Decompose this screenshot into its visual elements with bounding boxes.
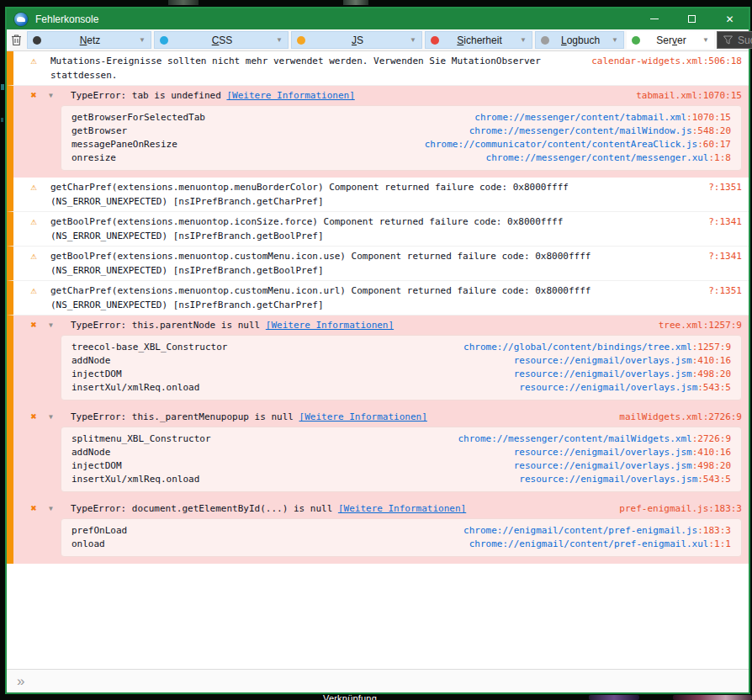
learn-more-link[interactable]: [Weitere Informationen] — [338, 503, 466, 514]
stack-function-name: addNode — [71, 354, 110, 368]
console-error-row[interactable]: ✖▼TypeError: document.getElementById(...… — [13, 499, 749, 516]
console-warning-row[interactable]: ⚠getBoolPref(extensions.menuontop.iconSi… — [7, 212, 749, 247]
console-warning-row[interactable]: ⚠getBoolPref(extensions.menuontop.custom… — [7, 247, 749, 281]
stack-link-url: resource://enigmail/overlays.jsm — [519, 382, 697, 393]
search-placeholder: Suchen — [738, 34, 752, 46]
chevron-down-icon: ▼ — [612, 36, 618, 44]
warning-message: Mutations-Ereignisse sollten nicht mehr … — [50, 54, 541, 82]
warning-triangle-icon: ⚠ — [27, 180, 40, 194]
stack-source-link[interactable]: chrome://enigmail/content/pref-enigmail.… — [453, 538, 731, 551]
source-location-link[interactable]: tabmail.xml:1070:15 — [624, 88, 742, 103]
expander-triangle-icon[interactable]: ▼ — [49, 88, 61, 103]
source-location-link[interactable]: ?:1341 — [696, 249, 742, 263]
stack-link-position: :543:5 — [697, 474, 731, 485]
source-location-link[interactable]: pref-enigmail.js:183:3 — [607, 501, 742, 516]
stack-source-link[interactable]: chrome://messenger/content/tabmail.xml:1… — [458, 111, 731, 125]
stack-source-link[interactable]: chrome://messenger/content/mailWidgets.x… — [441, 432, 731, 446]
filter-button-netz[interactable]: Netz▼ — [27, 31, 151, 49]
stack-link-url: chrome://messenger/content/mailWindow.js — [469, 125, 692, 136]
filter-label: Sicherheit — [439, 34, 520, 46]
stack-frame: messagePaneOnResizechrome://communicator… — [71, 138, 731, 151]
filter-label: JS — [305, 34, 410, 46]
stack-trace-box: getBrowserForSelectedTabchrome://messeng… — [61, 105, 742, 171]
stack-link-url: chrome://enigmail/content/pref-enigmail.… — [463, 525, 697, 536]
learn-more-link[interactable]: [Weitere Informationen] — [299, 411, 427, 422]
stack-source-link[interactable]: chrome://global/content/bindings/tree.xm… — [447, 341, 731, 354]
stack-frame: onloadchrome://enigmail/content/pref-eni… — [71, 538, 731, 551]
stack-source-link[interactable]: chrome://communicator/content/contentAre… — [408, 138, 731, 151]
stack-link-position: :60:17 — [697, 139, 731, 150]
stack-source-link[interactable]: chrome://messenger/content/mailWindow.js… — [453, 125, 731, 138]
console-error-entry: ✖▼TypeError: this.parentNode is null [We… — [7, 316, 749, 407]
console-error-row[interactable]: ✖▼TypeError: this._parentMenupopup is nu… — [13, 407, 749, 424]
console-error-row[interactable]: ✖▼TypeError: this.parentNode is null [We… — [13, 316, 749, 332]
stack-source-link[interactable]: resource://enigmail/overlays.jsm:543:5 — [502, 381, 731, 395]
stack-link-url: resource://enigmail/overlays.jsm — [514, 355, 692, 366]
desktop-shortcut-label: Verknüpfung — [323, 693, 377, 700]
stack-source-link[interactable]: resource://enigmail/overlays.jsm:498:20 — [497, 459, 731, 473]
stack-source-link[interactable]: resource://enigmail/overlays.jsm:410:16 — [497, 446, 731, 459]
console-error-entry: ✖▼TypeError: this._parentMenupopup is nu… — [7, 407, 749, 499]
maximize-icon — [688, 15, 696, 23]
stack-function-name: onload — [71, 538, 105, 551]
stack-source-link[interactable]: chrome://enigmail/content/pref-enigmail.… — [447, 524, 731, 538]
source-location-link[interactable]: ?:1351 — [696, 284, 742, 298]
stack-link-url: resource://enigmail/overlays.jsm — [514, 447, 692, 458]
title-bar[interactable]: Fehlerkonsole ✕ — [7, 8, 749, 29]
stack-frame: injectDOMresource://enigmail/overlays.js… — [71, 368, 731, 381]
expand-chevrons-icon[interactable]: » — [17, 674, 24, 688]
stack-link-position: :498:20 — [692, 460, 731, 471]
console-warning-row[interactable]: ⚠Mutations-Ereignisse sollten nicht mehr… — [7, 51, 749, 86]
stack-frame: onresizechrome://messenger/content/messe… — [71, 151, 731, 165]
filter-button-sicherheit[interactable]: Sicherheit▼ — [425, 31, 532, 49]
maximize-button[interactable] — [673, 8, 711, 29]
funnel-filter-icon — [723, 35, 733, 45]
expander-triangle-icon[interactable]: ▼ — [49, 410, 61, 424]
learn-more-link[interactable]: [Weitere Informationen] — [226, 90, 354, 101]
learn-more-link[interactable]: [Weitere Informationen] — [266, 320, 394, 331]
console-warning-row[interactable]: ⚠getCharPref(extensions.menuontop.custom… — [7, 281, 749, 316]
stack-frame: treecol-base_XBL_Constructorchrome://glo… — [71, 341, 731, 354]
stack-link-position: :1:8 — [709, 152, 732, 163]
stack-source-link[interactable]: resource://enigmail/overlays.jsm:543:5 — [502, 473, 731, 486]
filter-button-js[interactable]: JS▼ — [291, 31, 422, 49]
error-x-icon: ✖ — [27, 318, 40, 332]
source-location-link[interactable]: calendar-widgets.xml:506:18 — [580, 54, 742, 68]
desktop-wallpaper-fragment — [1, 118, 3, 122]
filter-button-server[interactable]: Server▼ — [627, 31, 714, 49]
minimize-icon — [650, 19, 659, 19]
stack-function-name: insertXul/xmlReq.onload — [71, 381, 199, 395]
close-button[interactable]: ✕ — [711, 8, 749, 29]
filter-button-logbuch[interactable]: Logbuch▼ — [535, 31, 624, 49]
desktop-wallpaper-fragment — [1, 84, 4, 90]
console-warning-row[interactable]: ⚠getCharPref(extensions.menuontop.menuBo… — [7, 178, 749, 212]
expander-triangle-icon[interactable]: ▼ — [49, 501, 61, 516]
source-location-link[interactable]: mailWidgets.xml:2726:9 — [607, 410, 742, 424]
category-dot-icon — [160, 36, 168, 45]
console-footer-bar: » — [7, 669, 749, 692]
stack-source-link[interactable]: chrome://messenger/content/messenger.xul… — [469, 151, 731, 165]
error-x-icon: ✖ — [27, 88, 40, 103]
stack-function-name: injectDOM — [71, 459, 122, 473]
stack-function-name: prefOnLoad — [71, 524, 127, 538]
source-location-link[interactable]: ?:1341 — [696, 215, 742, 229]
search-input[interactable]: Suchen — [717, 31, 752, 49]
filter-label: Server — [640, 34, 702, 46]
minimize-button[interactable] — [635, 8, 673, 29]
chevron-down-icon: ▼ — [410, 36, 416, 44]
close-icon: ✕ — [725, 14, 733, 24]
console-error-row[interactable]: ✖▼TypeError: tab is undefined [Weitere I… — [13, 86, 749, 103]
filter-button-css[interactable]: CSS▼ — [154, 31, 289, 49]
stack-source-link[interactable]: resource://enigmail/overlays.jsm:410:16 — [497, 354, 731, 368]
clear-console-button[interactable] — [11, 31, 22, 50]
stack-trace-box: prefOnLoadchrome://enigmail/content/pref… — [61, 518, 742, 557]
stack-source-link[interactable]: resource://enigmail/overlays.jsm:498:20 — [497, 368, 731, 381]
desktop-wallpaper-fragment — [343, 0, 368, 5]
stack-link-position: :2726:9 — [692, 433, 731, 444]
source-location-link[interactable]: ?:1351 — [696, 180, 742, 194]
stack-link-url: chrome://messenger/content/mailWidgets.x… — [458, 433, 691, 444]
expander-triangle-icon[interactable]: ▼ — [49, 318, 61, 332]
stack-function-name: messagePaneOnResize — [71, 138, 177, 151]
source-location-link[interactable]: tree.xml:1257:9 — [647, 318, 742, 332]
stack-trace-box: treecol-base_XBL_Constructorchrome://glo… — [61, 335, 742, 400]
